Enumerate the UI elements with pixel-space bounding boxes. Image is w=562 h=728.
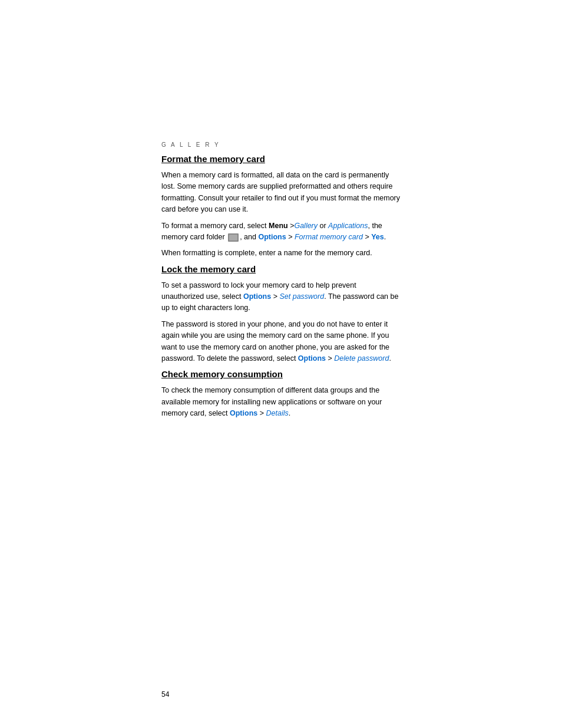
section-label: G a l l e r y <box>161 141 401 148</box>
section-format: Format the memory card When a memory car… <box>161 154 401 259</box>
heading-check: Check memory consumption <box>161 369 401 379</box>
section-check: Check memory consumption To check the me… <box>161 369 401 419</box>
content-area: G a l l e r y Format the memory card Whe… <box>161 141 401 419</box>
link-set-password[interactable]: Set password <box>279 292 324 301</box>
link-delete-password[interactable]: Delete password <box>334 354 389 363</box>
link-yes[interactable]: Yes <box>371 233 384 241</box>
memory-card-folder-icon <box>228 233 239 242</box>
section-lock: Lock the memory card To set a password t… <box>161 264 401 365</box>
format-paragraph-3: When formatting is complete, enter a nam… <box>161 248 401 259</box>
page-container: G a l l e r y Format the memory card Whe… <box>0 0 562 728</box>
format-paragraph-2: To format a memory card, select Menu >Ga… <box>161 220 401 243</box>
lock-paragraph-2: The password is stored in your phone, an… <box>161 319 401 365</box>
link-options-check[interactable]: Options <box>230 409 257 417</box>
heading-lock: Lock the memory card <box>161 264 401 274</box>
link-options-format[interactable]: Options <box>258 233 286 241</box>
link-gallery[interactable]: Gallery <box>294 222 318 230</box>
link-options-delete[interactable]: Options <box>298 354 326 363</box>
link-options-lock[interactable]: Options <box>243 292 271 301</box>
page-number: 54 <box>161 690 169 699</box>
heading-format: Format the memory card <box>161 154 401 164</box>
link-format-memory-card[interactable]: Format memory card <box>295 233 363 241</box>
check-paragraph-1: To check the memory consumption of diffe… <box>161 385 401 419</box>
lock-paragraph-1: To set a password to lock your memory ca… <box>161 280 401 314</box>
link-applications[interactable]: Applications <box>328 222 368 230</box>
format-paragraph-1: When a memory card is formatted, all dat… <box>161 170 401 216</box>
link-details[interactable]: Details <box>266 409 288 417</box>
